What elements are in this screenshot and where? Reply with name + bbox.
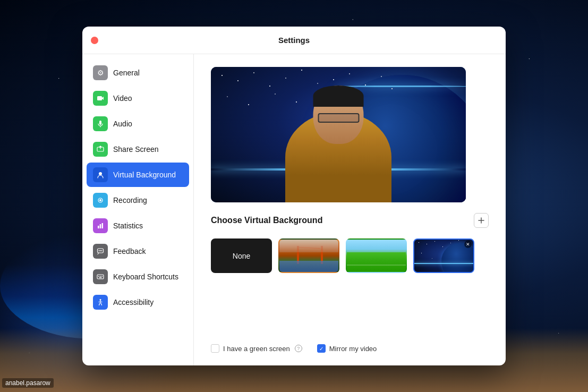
sidebar-item-general[interactable]: ⚙ General [87, 61, 189, 85]
none-label: None [233, 252, 250, 260]
sidebar-label-accessibility: Accessibility [113, 298, 154, 306]
video-stars [221, 75, 223, 76]
green-screen-help-icon[interactable]: ? [295, 345, 302, 352]
green-screen-option[interactable]: I have a green screen ? [211, 344, 302, 353]
spacer [211, 284, 489, 329]
sidebar-label-virtual-background: Virtual Background [113, 171, 176, 179]
mirror-video-option[interactable]: ✓ Mirror my video [317, 344, 377, 353]
statistics-icon [93, 218, 108, 233]
modal-body: ⚙ General Video Audio Share Screen [82, 54, 506, 365]
video-person [280, 80, 397, 202]
svg-rect-14 [98, 276, 99, 277]
feedback-icon [93, 244, 108, 259]
keyboard-shortcuts-icon [93, 269, 108, 284]
sidebar-label-recording: Recording [113, 196, 147, 204]
mirror-video-checkbox[interactable]: ✓ [317, 344, 326, 353]
virtual-background-icon [93, 167, 108, 182]
svg-point-18 [100, 299, 101, 301]
bg-option-space[interactable]: ✕ [413, 238, 474, 273]
sidebar-item-audio[interactable]: Audio [87, 112, 189, 136]
sidebar-label-feedback: Feedback [113, 247, 146, 255]
svg-rect-0 [97, 96, 102, 100]
green-screen-checkbox[interactable] [211, 344, 219, 353]
sidebar: ⚙ General Video Audio Share Screen [82, 54, 194, 365]
sidebar-label-keyboard-shortcuts: Keyboard Shortcuts [113, 272, 178, 281]
section-title: Choose Virtual Background [211, 216, 322, 225]
sidebar-label-general: General [113, 69, 140, 77]
svg-point-5 [99, 199, 101, 201]
svg-point-11 [100, 250, 101, 251]
sidebar-label-audio: Audio [113, 120, 132, 128]
section-header: Choose Virtual Background [211, 213, 489, 228]
bg-option-grass[interactable] [346, 238, 407, 273]
video-icon [93, 91, 108, 106]
sidebar-item-statistics[interactable]: Statistics [87, 214, 189, 238]
recording-icon [93, 193, 108, 208]
sidebar-item-recording[interactable]: Recording [87, 188, 189, 212]
video-preview [211, 67, 466, 202]
remove-space-bg-button[interactable]: ✕ [464, 241, 472, 248]
background-options: None [211, 238, 489, 273]
mirror-video-label: Mirror my video [329, 345, 377, 353]
sidebar-item-video[interactable]: Video [87, 86, 189, 110]
modal-close-button[interactable] [91, 37, 98, 44]
modal-header: Settings [82, 27, 506, 54]
svg-rect-8 [102, 223, 104, 228]
sidebar-label-video: Video [113, 94, 132, 103]
add-background-button[interactable] [474, 213, 489, 228]
svg-point-3 [99, 172, 102, 175]
modal-title: Settings [278, 36, 310, 45]
sidebar-item-keyboard-shortcuts[interactable]: Keyboard Shortcuts [87, 265, 189, 289]
sidebar-item-accessibility[interactable]: Accessibility [87, 290, 189, 314]
main-content: Choose Virtual Background None [194, 54, 506, 365]
bg-option-bridge[interactable] [278, 238, 339, 273]
svg-rect-16 [101, 276, 103, 277]
svg-rect-6 [98, 226, 99, 228]
svg-rect-7 [100, 224, 101, 228]
audio-icon [93, 116, 108, 131]
svg-rect-15 [100, 276, 101, 277]
svg-point-12 [101, 250, 103, 251]
bottom-options: I have a green screen ? ✓ Mirror my vide… [211, 340, 489, 353]
sidebar-item-feedback[interactable]: Feedback [87, 239, 189, 263]
svg-rect-17 [99, 277, 102, 278]
sidebar-label-statistics: Statistics [113, 221, 143, 230]
username-label: anabel.pasarow [2, 378, 54, 388]
accessibility-icon [93, 295, 108, 310]
general-icon: ⚙ [93, 65, 108, 80]
share-screen-icon [93, 142, 108, 157]
green-screen-label: I have a green screen [223, 345, 290, 353]
bg-option-none[interactable]: None [211, 238, 272, 273]
settings-modal: Settings ⚙ General Video Audio [82, 27, 506, 365]
sidebar-item-share-screen[interactable]: Share Screen [87, 137, 189, 161]
svg-point-10 [99, 250, 100, 251]
sidebar-label-share-screen: Share Screen [113, 145, 159, 154]
sidebar-item-virtual-background[interactable]: Virtual Background [87, 163, 189, 187]
